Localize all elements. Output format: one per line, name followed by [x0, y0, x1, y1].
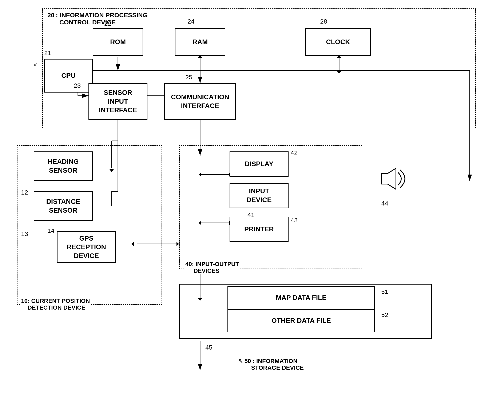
diagram-container: 20 : INFORMATION PROCESSING CONTROL DEVI…: [17, 8, 486, 408]
ram-box: RAM: [175, 28, 225, 56]
svg-marker-35: [176, 242, 179, 246]
speaker-ref: 44: [381, 200, 388, 207]
sensor-interface-box: SENSOR INPUT INTERFACE: [89, 83, 147, 120]
comm-interface-box: COMMUNICATION INTERFACE: [164, 83, 236, 120]
ref45: 45: [205, 344, 212, 351]
ram-ref: 24: [187, 18, 194, 25]
box50-ref-label: ↖ 50 : INFORMATION STORAGE DEVICE: [238, 357, 304, 371]
box40-label: 40: INPUT-OUTPUT DEVICES: [185, 261, 239, 274]
map-data-ref: 51: [381, 288, 388, 295]
cpu-ref: 21: [44, 49, 51, 57]
box10-label: 10: CURRENT POSITION DETECTION DEVICE: [21, 298, 90, 311]
box20-label: 20: [47, 12, 54, 19]
map-data-box: MAP DATA FILE: [228, 286, 375, 309]
box20-title: : INFORMATION PROCESSING CONTROL DEVICE: [56, 12, 148, 26]
cpu-ref-line: ↙: [34, 61, 38, 67]
clock-ref: 28: [320, 18, 327, 25]
gps-box: GPS RECEPTION DEVICE: [57, 231, 116, 263]
distance-sensor-box: DISTANCE SENSOR: [34, 191, 93, 221]
rom-box: ROM: [93, 28, 143, 56]
cpu-box: CPU: [44, 59, 93, 93]
svg-marker-47: [381, 168, 396, 189]
distance-sensor-ref: 12: [21, 189, 28, 196]
other-data-box: OTHER DATA FILE: [228, 309, 375, 332]
comm-interface-ref: 25: [185, 74, 192, 81]
clock-box: CLOCK: [305, 28, 371, 56]
heading-sensor-box: HEADING SENSOR: [34, 152, 93, 181]
rom-ref: 22: [104, 20, 111, 27]
speaker-icon: [375, 162, 408, 196]
gps-ref: 14: [47, 227, 54, 234]
printer-ref: 43: [291, 217, 298, 224]
ref13: 13: [21, 230, 28, 237]
printer-box: PRINTER: [230, 217, 288, 242]
ref42: 42: [291, 149, 298, 157]
display-box: DISPLAY: [230, 152, 288, 177]
input-device-box: INPUT DEVICE: [230, 183, 288, 208]
other-data-ref: 52: [381, 311, 388, 318]
sensor-interface-ref: 23: [74, 82, 81, 89]
